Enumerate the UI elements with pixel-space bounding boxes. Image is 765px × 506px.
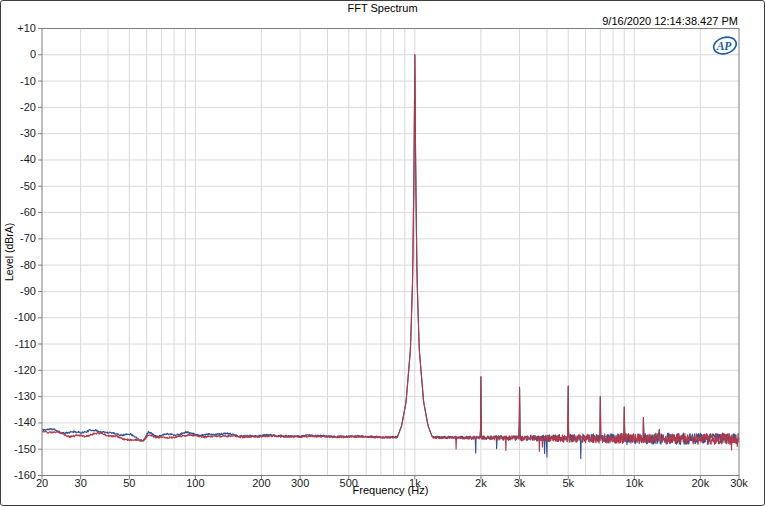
y-tick-label: 0 <box>1 48 36 61</box>
x-tick-label: 20k <box>678 477 722 490</box>
y-tick-label: -20 <box>1 101 36 114</box>
x-tick-label: 20 <box>20 477 64 490</box>
y-tick-label: -70 <box>1 232 36 245</box>
y-tick-label: -80 <box>1 259 36 272</box>
x-tick-label: 3k <box>498 477 542 490</box>
y-tick-label: -140 <box>1 416 36 429</box>
x-tick-label: 100 <box>173 477 217 490</box>
y-tick-label: -90 <box>1 285 36 298</box>
y-tick-label: -40 <box>1 153 36 166</box>
x-tick-label: 5k <box>546 477 590 490</box>
y-tick-label: +10 <box>1 22 36 35</box>
y-tick-label: -60 <box>1 206 36 219</box>
y-tick-label: -110 <box>1 338 36 351</box>
x-tick-label: 50 <box>107 477 151 490</box>
y-tick-label: -30 <box>1 127 36 140</box>
x-tick-label: 2k <box>459 477 503 490</box>
y-tick-label: -130 <box>1 390 36 403</box>
logo-text: AP <box>716 40 733 52</box>
x-tick-label: 10k <box>612 477 656 490</box>
fft-plot-area <box>1 1 765 506</box>
x-tick-label: 200 <box>239 477 283 490</box>
x-tick-label: 500 <box>327 477 371 490</box>
y-tick-label: -50 <box>1 180 36 193</box>
y-tick-label: -150 <box>1 443 36 456</box>
x-tick-label: 1k <box>393 477 437 490</box>
y-tick-label: -10 <box>1 75 36 88</box>
x-tick-label: 30 <box>59 477 103 490</box>
fft-analyzer-window: FFT Spectrum 9/16/2020 12:14:38.427 PM L… <box>0 0 765 506</box>
audio-precision-logo: AP <box>708 34 742 57</box>
y-tick-label: -120 <box>1 364 36 377</box>
y-tick-label: -100 <box>1 311 36 324</box>
x-tick-label: 300 <box>278 477 322 490</box>
x-tick-label: 30k <box>717 477 761 490</box>
